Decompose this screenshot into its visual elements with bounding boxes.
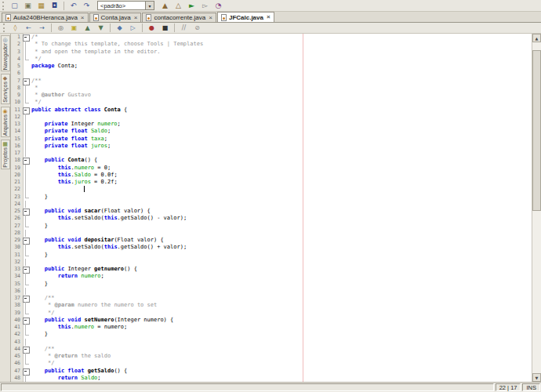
code-line[interactable]: 43	[11, 339, 532, 346]
code-line[interactable]: 22	[11, 186, 532, 193]
code-line[interactable]: 12	[11, 114, 532, 121]
build-project-button[interactable]: ▲	[159, 1, 171, 11]
editor-toolbar-grip[interactable]	[3, 24, 6, 32]
code-line[interactable]: 41 this.numero = numero;	[11, 324, 532, 331]
debug-project-button[interactable]: ▻	[199, 1, 211, 11]
editor-tab[interactable]: Aula240BHeranca.java×	[2, 13, 89, 22]
scroll-up-button[interactable]: ▲	[532, 34, 541, 42]
last-edit-location-button[interactable]: ◊	[9, 24, 21, 33]
editor-pane[interactable]: 1/*2 * To change this template, choose T…	[11, 34, 532, 382]
new-project-button[interactable]: ▣	[22, 1, 34, 11]
comment-button[interactable]: //	[178, 24, 190, 33]
code-line[interactable]: 37 /**	[11, 295, 532, 302]
code-line[interactable]: 6	[11, 70, 532, 77]
code-line[interactable]: 13 private Integer numero;	[11, 121, 532, 128]
close-tab-button[interactable]: ×	[80, 15, 85, 21]
back-button[interactable]: ←	[23, 24, 34, 33]
code-line[interactable]: 14 private float Saldo;	[11, 128, 532, 135]
scroll-down-button[interactable]: ▼	[532, 373, 541, 382]
fold-indicator[interactable]	[22, 266, 30, 273]
code-line[interactable]: 11public abstract class Conta {	[11, 107, 532, 114]
sidebar-item-navigator[interactable]: ◎Navegador	[1, 35, 10, 71]
code-line[interactable]: 18 public Conta() {	[11, 157, 532, 164]
code-line[interactable]: 4 */	[11, 56, 532, 63]
start-macro-button[interactable]: ●	[146, 24, 158, 33]
new-file-button[interactable]: ▢	[9, 1, 20, 11]
code-line[interactable]: 15 private float taxa;	[11, 136, 532, 143]
code-line[interactable]: 21 this.juros = 0.2f;	[11, 179, 532, 186]
code-line[interactable]: 44 /**	[11, 346, 532, 353]
close-tab-button[interactable]: ×	[133, 15, 138, 21]
code-line[interactable]: 26 this.setSaldo(this.getSaldo() - valor…	[11, 215, 532, 222]
sidebar-item-services[interactable]: ◆Serviços	[1, 74, 10, 104]
code-line[interactable]: 46 */	[11, 360, 532, 367]
sidebar-item-projects[interactable]: ▦Projetos	[1, 140, 10, 169]
code-line[interactable]: 24	[11, 201, 532, 208]
code-line[interactable]: 42 }	[11, 331, 532, 338]
code-line[interactable]: 27 }	[11, 223, 532, 230]
code-line[interactable]: 31 }	[11, 252, 532, 259]
code-line[interactable]: 23 }	[11, 194, 532, 201]
previous-occurrence-button[interactable]: ▲	[82, 24, 93, 33]
code-line[interactable]: 9 * @author Gustavo	[11, 92, 532, 99]
fold-indicator[interactable]	[22, 208, 30, 215]
fold-indicator[interactable]	[22, 317, 30, 324]
code-line[interactable]: 45 * @return the saldo	[11, 353, 532, 360]
code-line[interactable]: 2 * To change this template, choose Tool…	[11, 41, 532, 48]
forward-button[interactable]: →	[36, 24, 48, 33]
fold-indicator[interactable]	[22, 295, 30, 302]
undo-button[interactable]: ↶	[67, 1, 79, 11]
code-line[interactable]: 19 this.numero = 0;	[11, 165, 532, 172]
code-line[interactable]: 39 */	[11, 310, 532, 317]
code-line[interactable]: 33 public Integer getnumero() {	[11, 266, 532, 273]
code-line[interactable]: 10 */	[11, 99, 532, 106]
fold-indicator[interactable]	[22, 346, 30, 353]
code-line[interactable]: 32	[11, 259, 532, 266]
save-all-button[interactable]: ◘	[49, 1, 60, 11]
code-line[interactable]: 28	[11, 230, 532, 237]
code-line[interactable]: 7/**	[11, 78, 532, 85]
uncomment-button[interactable]: ⊘	[191, 24, 203, 33]
find-selection-button[interactable]: ◎	[55, 24, 67, 33]
fold-indicator[interactable]	[22, 34, 30, 41]
stop-macro-button[interactable]: ■	[159, 24, 171, 33]
code-line[interactable]: 8 *	[11, 85, 532, 92]
code-line[interactable]: 16 private float juros;	[11, 143, 532, 150]
sidebar-item-files[interactable]: ◉Arquivos	[1, 107, 10, 137]
fold-indicator[interactable]	[22, 237, 30, 244]
code-line[interactable]: 35 }	[11, 281, 532, 288]
code-line[interactable]: 38 * @param numero the numero to set	[11, 302, 532, 309]
vertical-scrollbar[interactable]: ▲ ▼	[532, 34, 541, 382]
code-line[interactable]: 3 * and open the template in the editor.	[11, 49, 532, 56]
next-bookmark-button[interactable]: ▷	[127, 24, 139, 33]
toolbar-grip[interactable]	[2, 2, 5, 10]
code-line[interactable]: 34 return numero;	[11, 273, 532, 280]
redo-button[interactable]: ↷	[81, 1, 93, 11]
toggle-bookmark-button[interactable]: ◆	[114, 24, 125, 33]
scrollbar-thumb[interactable]	[532, 50, 541, 211]
code-line[interactable]: 36	[11, 288, 532, 295]
fold-indicator[interactable]	[22, 78, 30, 85]
close-tab-button[interactable]: ×	[266, 14, 270, 20]
editor-tab[interactable]: contacorrente.java×	[142, 13, 216, 22]
open-project-button[interactable]: ▦	[35, 1, 47, 11]
code-line[interactable]: 25 public void sacar(Float valor) {	[11, 208, 532, 215]
insert-mode-indicator[interactable]: INS	[522, 383, 540, 391]
code-line[interactable]: 30 this.setSaldo(this.getSaldo() + valor…	[11, 244, 532, 251]
fold-indicator[interactable]	[22, 107, 30, 114]
scrollbar-track[interactable]	[532, 42, 541, 373]
code-line[interactable]: 29 public void depositar(Float valor) {	[11, 237, 532, 244]
editor-tab[interactable]: JFCalc.java×	[217, 12, 274, 22]
profile-project-button[interactable]: ◔	[212, 1, 224, 11]
code-line[interactable]: 17	[11, 150, 532, 157]
fold-indicator[interactable]	[22, 368, 30, 375]
code-line[interactable]: 5package Conta;	[11, 63, 532, 70]
code-line[interactable]: 48 return Saldo;	[11, 375, 532, 382]
code-line[interactable]: 20 this.Saldo = 0.0f;	[11, 172, 532, 179]
highlight-occurrences-button[interactable]: ▣	[68, 24, 80, 33]
next-occurrence-button[interactable]: ▼	[95, 24, 107, 33]
code-line[interactable]: 47 public float getSaldo() {	[11, 368, 532, 375]
configuration-combo[interactable]: <padrão> ▾	[97, 1, 154, 10]
close-tab-button[interactable]: ×	[208, 15, 212, 21]
editor-tab[interactable]: Conta.java×	[89, 13, 142, 22]
